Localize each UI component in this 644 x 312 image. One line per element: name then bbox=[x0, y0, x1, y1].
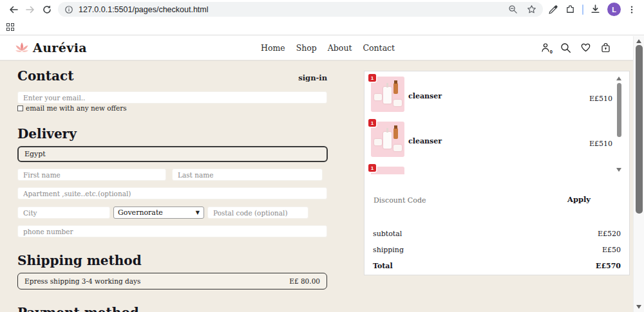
toolbar-right-icons: L bbox=[548, 3, 639, 16]
country-select[interactable]: Egypt bbox=[17, 146, 328, 162]
header-icons: 0 bbox=[540, 42, 611, 53]
scroll-up-icon[interactable] bbox=[616, 77, 621, 80]
zoom-out-icon[interactable] bbox=[508, 5, 518, 14]
browser-toolbar: 127.0.0.1:5501/pages/checkout.html L bbox=[0, 0, 644, 19]
quantity-badge: 1 bbox=[368, 164, 376, 172]
cart-item: 1 cleanser E£510 bbox=[371, 122, 612, 161]
last-name-input[interactable] bbox=[172, 169, 323, 181]
item-name: cleanser bbox=[408, 137, 442, 145]
shipping-option-price: E£ 80.00 bbox=[289, 277, 320, 285]
shipping-method-heading: Shipping method bbox=[17, 253, 142, 268]
governorate-select[interactable]: Governorate ▼ bbox=[113, 206, 204, 219]
search-button[interactable] bbox=[560, 42, 571, 53]
product-thumbnail: 1 bbox=[371, 167, 404, 174]
forward-button[interactable] bbox=[22, 1, 39, 18]
item-price: E£510 bbox=[589, 95, 612, 103]
first-name-input[interactable] bbox=[17, 169, 166, 181]
governorate-value: Governorate bbox=[118, 208, 163, 217]
checkout-page: Contact sign-in email me with any new of… bbox=[0, 61, 633, 312]
discount-code-input[interactable] bbox=[374, 194, 560, 206]
forward-icon bbox=[25, 5, 35, 15]
scrollbar-up-icon[interactable] bbox=[636, 39, 641, 43]
nav-home[interactable]: Home bbox=[261, 43, 285, 53]
payment-method-heading: Payment method bbox=[17, 305, 139, 312]
offers-checkbox-row: email me with any new offers bbox=[17, 104, 127, 112]
shipping-value: E£50 bbox=[602, 246, 621, 254]
cart-item: 1 bbox=[371, 167, 612, 174]
offers-checkbox-label: email me with any new offers bbox=[26, 104, 127, 112]
item-price: E£510 bbox=[589, 140, 612, 148]
postal-code-input[interactable] bbox=[207, 206, 308, 219]
cart-items-list[interactable]: 1 cleanser E£510 1 cleanser E£510 1 bbox=[365, 71, 630, 174]
subtotal-value: E£520 bbox=[598, 230, 621, 238]
total-label: Total bbox=[373, 262, 393, 270]
product-thumbnail: 1 bbox=[371, 77, 404, 112]
back-button[interactable] bbox=[5, 1, 22, 18]
eyedropper-extension-icon[interactable] bbox=[548, 5, 558, 15]
heart-icon bbox=[580, 42, 591, 53]
account-button[interactable]: 0 bbox=[540, 42, 551, 53]
search-icon bbox=[560, 42, 571, 53]
shipping-label: shipping bbox=[373, 246, 404, 254]
email-input[interactable] bbox=[17, 91, 327, 104]
cart-item: 1 cleanser E£510 bbox=[371, 77, 612, 116]
delivery-heading: Delivery bbox=[17, 126, 77, 142]
bookmarks-bar bbox=[0, 19, 644, 35]
shopping-bag-icon bbox=[600, 42, 611, 53]
sign-in-link[interactable]: sign-in bbox=[17, 73, 327, 82]
brand-logo[interactable]: Aurévia bbox=[14, 41, 87, 55]
quantity-badge: 1 bbox=[368, 119, 376, 127]
cart-scrollbar-thumb[interactable] bbox=[617, 83, 621, 137]
site-header: Aurévia Home Shop About Contact 0 bbox=[0, 36, 633, 61]
subtotal-row: subtotal E£520 bbox=[373, 230, 621, 238]
url-text[interactable]: 127.0.0.1:5501/pages/checkout.html bbox=[79, 5, 508, 14]
product-thumbnail: 1 bbox=[371, 122, 404, 157]
apply-discount-button[interactable]: Apply bbox=[567, 195, 591, 204]
back-icon bbox=[8, 5, 19, 15]
menu-dots-icon[interactable] bbox=[627, 5, 636, 15]
shipping-option[interactable]: Epress shipping 3-4 working days E£ 80.0… bbox=[17, 273, 327, 289]
country-value: Egypt bbox=[24, 150, 46, 158]
apartment-input[interactable] bbox=[17, 187, 327, 199]
profile-avatar[interactable]: L bbox=[607, 3, 621, 16]
lotus-icon bbox=[14, 42, 30, 54]
main-nav: Home Shop About Contact bbox=[261, 43, 395, 53]
item-name: cleanser bbox=[408, 92, 442, 100]
scrollbar-down-icon[interactable] bbox=[636, 305, 641, 309]
chevron-down-icon: ▼ bbox=[196, 210, 200, 216]
order-summary-card: 1 cleanser E£510 1 cleanser E£510 1 bbox=[364, 71, 630, 275]
extensions-icon[interactable] bbox=[565, 4, 576, 15]
shipping-option-label: Epress shipping 3-4 working days bbox=[24, 277, 140, 285]
scroll-down-icon[interactable] bbox=[616, 168, 621, 172]
apps-grid-icon[interactable] bbox=[6, 23, 14, 31]
total-row: Total E£570 bbox=[373, 262, 621, 270]
address-bar[interactable]: 127.0.0.1:5501/pages/checkout.html bbox=[58, 2, 543, 17]
total-value: E£570 bbox=[596, 262, 621, 270]
nav-shop[interactable]: Shop bbox=[296, 43, 317, 53]
page-scrollbar-thumb[interactable] bbox=[636, 45, 643, 214]
reload-icon bbox=[42, 5, 52, 15]
site-info-icon[interactable] bbox=[64, 5, 73, 14]
toolbar-separator bbox=[582, 5, 583, 15]
account-count-badge: 0 bbox=[550, 49, 553, 55]
subtotal-label: subtotal bbox=[373, 230, 402, 238]
offers-checkbox[interactable] bbox=[17, 106, 23, 111]
cart-button[interactable] bbox=[600, 42, 611, 53]
reload-button[interactable] bbox=[39, 1, 55, 18]
brand-name: Aurévia bbox=[33, 41, 87, 55]
shipping-row: shipping E£50 bbox=[373, 246, 621, 254]
nav-about[interactable]: About bbox=[328, 43, 352, 53]
nav-contact[interactable]: Contact bbox=[363, 43, 395, 53]
discount-row: Apply bbox=[365, 194, 630, 209]
cart-list-scrollbar[interactable] bbox=[614, 75, 623, 173]
city-input[interactable] bbox=[17, 206, 110, 219]
wishlist-button[interactable] bbox=[580, 42, 591, 53]
quantity-badge: 1 bbox=[368, 74, 376, 82]
phone-input[interactable] bbox=[17, 225, 327, 237]
page-scrollbar[interactable] bbox=[633, 36, 644, 312]
bookmark-star-icon[interactable] bbox=[527, 5, 536, 14]
account-icon bbox=[540, 42, 551, 53]
download-icon[interactable] bbox=[590, 4, 601, 15]
browser-window: 127.0.0.1:5501/pages/checkout.html L bbox=[0, 0, 644, 312]
